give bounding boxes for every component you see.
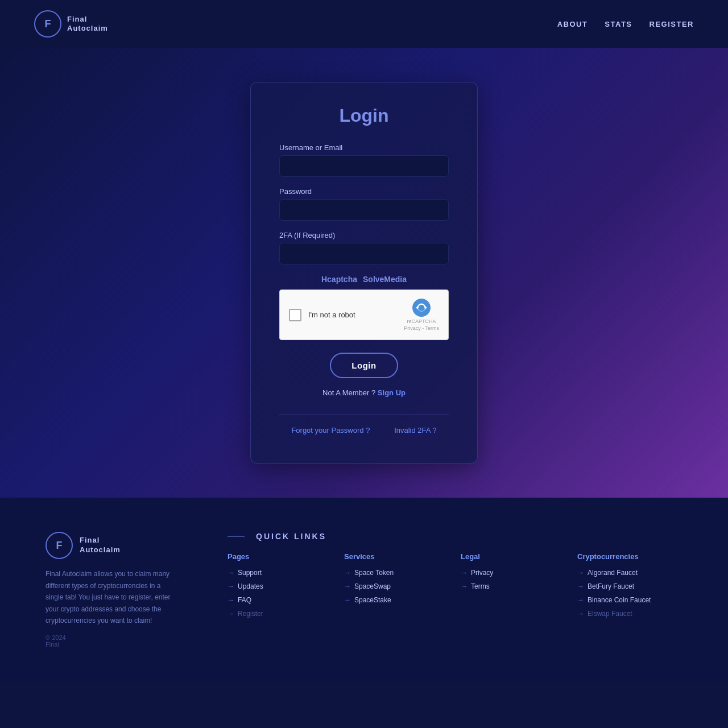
footer-link-elswap: →Elswap Faucet <box>577 610 682 618</box>
footer-link-betfury[interactable]: →BetFury Faucet <box>577 582 682 590</box>
list-item: →Privacy <box>461 569 566 577</box>
footer-col-services: Services →Space Token →SpaceSwap →SpaceS… <box>344 552 449 623</box>
recaptcha-box[interactable]: I'm not a robot reCAPTCHA Privacy - Term… <box>279 289 449 340</box>
nav-stats[interactable]: STATS <box>605 20 632 28</box>
forgot-password-link[interactable]: Forgot your Password ? <box>291 426 370 435</box>
logo-icon: F <box>34 10 61 38</box>
invalid-2fa-link[interactable]: Invalid 2FA ? <box>394 426 436 435</box>
footer-col-pages: Pages →Support →Updates →FAQ →Register <box>228 552 333 623</box>
login-card: Login Username or Email Password 2FA (If… <box>250 82 478 464</box>
recaptcha-right: reCAPTCHA Privacy - Terms <box>404 298 439 332</box>
password-group: Password <box>279 187 449 221</box>
footer-col-services-list: →Space Token →SpaceSwap →SpaceStake <box>344 569 449 604</box>
footer-link-spaceswap[interactable]: →SpaceSwap <box>344 582 449 590</box>
footer-top: F Final Autoclaim Final Autoclaim allows… <box>46 532 682 648</box>
footer-link-spacetoken[interactable]: →Space Token <box>344 569 449 577</box>
footer-col-crypto-title: Cryptocurrencies <box>577 552 682 561</box>
footer-link-support[interactable]: →Support <box>228 569 333 577</box>
footer-tag: © 2024 Final <box>46 634 205 648</box>
list-item: →BetFury Faucet <box>577 582 682 590</box>
svg-point-0 <box>412 299 431 317</box>
logo-text: Final Autoclaim <box>67 15 108 32</box>
quick-links-title: QUICK LINKS <box>256 532 326 541</box>
divider <box>279 414 449 415</box>
footer-logo-icon: F <box>46 532 73 559</box>
footer-logo-text: Final Autoclaim <box>80 536 121 555</box>
footer: F Final Autoclaim Final Autoclaim allows… <box>0 498 728 682</box>
username-input[interactable] <box>279 155 449 177</box>
login-title: Login <box>279 105 449 126</box>
logo: F Final Autoclaim <box>34 10 108 38</box>
main-nav: ABOUT STATS REGISTER <box>557 20 694 28</box>
recaptcha-brand-text: reCAPTCHA Privacy - Terms <box>404 318 439 332</box>
username-group: Username or Email <box>279 143 449 177</box>
password-input[interactable] <box>279 199 449 221</box>
list-item: →Binance Coin Faucet <box>577 596 682 604</box>
login-button[interactable]: Login <box>330 353 398 378</box>
captcha-tabs: Hcaptcha SolveMedia <box>279 275 449 284</box>
list-item: →FAQ <box>228 596 333 604</box>
footer-col-crypto: Cryptocurrencies →Algorand Faucet →BetFu… <box>577 552 682 623</box>
solvemedia-tab[interactable]: SolveMedia <box>363 275 407 284</box>
list-item: →SpaceSwap <box>344 582 449 590</box>
footer-link-faq[interactable]: →FAQ <box>228 596 333 604</box>
footer-col-pages-title: Pages <box>228 552 333 561</box>
twofa-group: 2FA (If Required) <box>279 231 449 264</box>
password-label: Password <box>279 187 449 196</box>
nav-about[interactable]: ABOUT <box>557 20 588 28</box>
footer-col-pages-list: →Support →Updates →FAQ →Register <box>228 569 333 618</box>
username-label: Username or Email <box>279 143 449 152</box>
bottom-links: Forgot your Password ? Invalid 2FA ? <box>279 426 449 435</box>
nav-register[interactable]: REGISTER <box>650 20 694 28</box>
footer-link-binancecoin[interactable]: →Binance Coin Faucet <box>577 596 682 604</box>
list-item: →Space Token <box>344 569 449 577</box>
footer-link-terms[interactable]: →Terms <box>461 582 566 590</box>
recaptcha-logo-icon <box>412 298 431 317</box>
list-item: →Elswap Faucet <box>577 610 682 618</box>
footer-link-updates[interactable]: →Updates <box>228 582 333 590</box>
recaptcha-left: I'm not a robot <box>289 309 355 321</box>
footer-col-legal-title: Legal <box>461 552 566 561</box>
twofa-input[interactable] <box>279 243 449 264</box>
footer-col-legal: Legal →Privacy →Terms <box>461 552 566 623</box>
recaptcha-checkbox[interactable] <box>289 309 301 321</box>
list-item: →Terms <box>461 582 566 590</box>
list-item: →Support <box>228 569 333 577</box>
list-item: →SpaceStake <box>344 596 449 604</box>
footer-brand: F Final Autoclaim Final Autoclaim allows… <box>46 532 205 648</box>
recaptcha-label: I'm not a robot <box>308 311 355 319</box>
footer-col-crypto-list: →Algorand Faucet →BetFury Faucet →Binanc… <box>577 569 682 618</box>
header: F Final Autoclaim ABOUT STATS REGISTER <box>0 0 728 48</box>
footer-description: Final Autoclaim allows you to claim many… <box>46 568 171 626</box>
footer-link-register: →Register <box>228 610 333 618</box>
footer-link-privacy[interactable]: →Privacy <box>461 569 566 577</box>
list-item: →Algorand Faucet <box>577 569 682 577</box>
hero-section: Login Username or Email Password 2FA (If… <box>0 48 728 498</box>
footer-col-services-title: Services <box>344 552 449 561</box>
twofa-label: 2FA (If Required) <box>279 231 449 239</box>
footer-col-legal-list: →Privacy →Terms <box>461 569 566 590</box>
quick-links-divider <box>228 536 245 537</box>
footer-link-algorand[interactable]: →Algorand Faucet <box>577 569 682 577</box>
hcaptcha-tab[interactable]: Hcaptcha <box>321 275 357 284</box>
quick-links-header: QUICK LINKS <box>228 532 682 541</box>
signup-link[interactable]: Sign Up <box>378 388 406 397</box>
list-item: →Updates <box>228 582 333 590</box>
list-item: →Register <box>228 610 333 618</box>
footer-logo-row: F Final Autoclaim <box>46 532 205 559</box>
footer-links: QUICK LINKS Pages →Support →Updates →FAQ… <box>228 532 682 648</box>
footer-columns: Pages →Support →Updates →FAQ →Register S… <box>228 552 682 623</box>
not-member-text: Not A Member ? Sign Up <box>279 388 449 397</box>
footer-link-spacestake[interactable]: →SpaceStake <box>344 596 449 604</box>
